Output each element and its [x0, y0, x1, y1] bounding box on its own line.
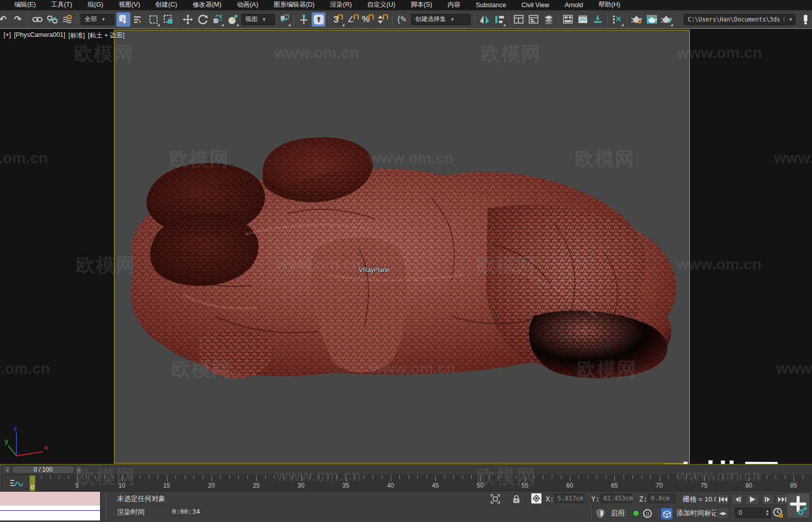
previous-frame-button[interactable]	[731, 494, 744, 505]
ribbon-toggle-button[interactable]	[561, 12, 575, 27]
ruler-tick	[596, 475, 597, 479]
time-tag-cube-icon[interactable]	[661, 508, 672, 519]
select-by-name-button[interactable]	[131, 12, 145, 27]
menu-item[interactable]: 脚本(S)	[403, 0, 440, 10]
scatter-tools-button[interactable]	[610, 12, 624, 27]
selection-filter-dropdown[interactable]: 全部▼	[81, 14, 114, 25]
select-object-button[interactable]	[117, 12, 130, 27]
menu-item[interactable]: 内容	[440, 0, 468, 10]
menu-item[interactable]: Substance	[468, 1, 514, 10]
mirror-button[interactable]	[477, 12, 491, 27]
ruler-tick	[462, 475, 463, 479]
project-folder-dropdown[interactable]: C:\Users\Han\Documents\3ds Max 2022▼	[684, 14, 796, 25]
viewport-general-menu[interactable]: [+]	[4, 31, 11, 40]
use-pivot-point-center-button[interactable]	[277, 12, 291, 27]
listener-pane[interactable]	[0, 507, 100, 520]
viewport-pov-menu[interactable]: [PhysCamera001]	[14, 31, 65, 40]
menu-item[interactable]: 修改器(M)	[185, 0, 229, 10]
select-and-link-icon[interactable]	[30, 12, 44, 27]
add-key-button[interactable]	[786, 493, 810, 518]
select-and-rotate-button[interactable]	[196, 12, 209, 27]
z-coord-field[interactable]: 0.0cm	[648, 494, 675, 503]
x-coord-field[interactable]: 5.817cm	[554, 494, 584, 503]
undo-icon[interactable]: ↶	[0, 12, 10, 27]
y-coord-field[interactable]: 42.453cm	[600, 494, 632, 503]
select-and-move-button[interactable]	[181, 12, 195, 27]
rendered-frame-window-button[interactable]	[645, 12, 659, 27]
ruler-frame-label: 85	[790, 482, 797, 489]
percent-snap-toggle[interactable]: %	[361, 12, 375, 27]
camera-viewport[interactable]: [+] [PhysCamera001] [标准] [粘土 + 边面] VRayP…	[0, 29, 812, 465]
statusbar-separator	[658, 508, 659, 519]
current-frame-marker[interactable]: 0	[29, 475, 35, 491]
menu-item[interactable]: 组(G)	[80, 0, 111, 10]
menu-item[interactable]: 帮助(H)	[591, 0, 628, 10]
menu-item[interactable]: 动画(A)	[229, 0, 266, 10]
key-mode-toggle[interactable]: ◀▶	[717, 508, 729, 519]
curve-editor-button[interactable]	[576, 12, 590, 27]
render-production-button[interactable]	[660, 12, 673, 27]
object-label-vrayplane[interactable]: VRayPlane	[359, 266, 390, 274]
macro-recorder-pane[interactable]	[0, 492, 100, 507]
snaps-toggle-3d[interactable]: 3	[331, 12, 345, 27]
menu-item[interactable]: Arnold	[557, 1, 591, 10]
selection-lock-toggle[interactable]	[511, 494, 521, 504]
menu-item[interactable]: 创建(C)	[148, 0, 185, 10]
spinner-snap-toggle[interactable]	[376, 12, 390, 27]
menu-item[interactable]: Civil View	[514, 1, 557, 10]
time-configuration-button[interactable]	[773, 508, 783, 518]
play-button[interactable]	[745, 494, 760, 505]
timeline-ruler[interactable]: 510152025303540455055606570758085 0	[0, 475, 812, 491]
toggle-layer-explorer-button[interactable]	[527, 12, 540, 27]
select-and-place-button[interactable]	[225, 12, 239, 27]
menu-item[interactable]: 工具(T)	[44, 0, 80, 10]
next-frame-button[interactable]	[761, 494, 774, 505]
shield-icon[interactable]	[595, 508, 606, 518]
menu-item[interactable]: 渲染(R)	[322, 0, 359, 10]
spinner-arrows[interactable]: ▲▼	[765, 509, 769, 516]
keyboard-shortcut-override-toggle[interactable]	[312, 12, 325, 27]
absolute-offset-mode-toggle[interactable]	[531, 493, 542, 504]
rectangular-selection-region-button[interactable]	[146, 12, 160, 27]
render-setup-button[interactable]	[630, 12, 644, 27]
window-crossing-toggle[interactable]	[161, 12, 175, 27]
schematic-view-button[interactable]	[591, 12, 605, 27]
reference-coordinate-system-dropdown[interactable]: 视图▼	[241, 14, 275, 25]
select-and-manipulate-button[interactable]	[297, 12, 311, 27]
viewport-standard-menu[interactable]: [标准]	[68, 31, 85, 40]
time-slider-track[interactable]: ‹ 0 / 100 ›	[0, 465, 812, 475]
ruler-tick	[794, 475, 794, 481]
unlink-icon[interactable]	[45, 12, 59, 27]
menu-item[interactable]: 自定义(U)	[359, 0, 403, 10]
named-selection-sets-dropdown[interactable]: 创建选择集▼	[411, 14, 471, 25]
edit-named-selection-sets-button[interactable]: {✎	[395, 12, 409, 27]
maxscript-mini-listener[interactable]	[0, 492, 101, 521]
current-frame-field[interactable]: 0 ▲▼	[735, 508, 771, 518]
previous-frame-arrow[interactable]: ‹	[4, 466, 11, 474]
go-to-start-button[interactable]	[717, 494, 729, 505]
toggle-scene-explorer-button[interactable]	[512, 12, 526, 27]
time-slider-handle[interactable]: 0 / 100	[11, 466, 75, 474]
isolate-selection-toggle[interactable]	[490, 494, 500, 504]
layer-manager-button[interactable]	[542, 12, 555, 27]
viewport-shading-menu[interactable]: [粘土 + 边面]	[88, 31, 124, 40]
menu-item[interactable]: 视图(V)	[111, 0, 148, 10]
add-time-tag[interactable]: 添加时间标记	[676, 509, 718, 518]
select-and-scale-button[interactable]	[210, 12, 224, 27]
workspace-icon[interactable]	[798, 12, 812, 27]
align-button[interactable]	[492, 12, 506, 27]
zero-count-badge[interactable]: 0	[643, 509, 652, 518]
bed-model-wireframe[interactable]	[0, 29, 812, 465]
trackbar-grip[interactable]	[0, 465, 4, 475]
bind-to-space-warp-icon[interactable]	[60, 12, 74, 27]
menu-item[interactable]: 文件(F)	[0, 0, 7, 10]
mini-curve-editor-button[interactable]	[4, 475, 29, 491]
toolbar-separator	[474, 13, 475, 26]
redo-icon[interactable]: ↷	[11, 12, 25, 27]
angle-snap-toggle[interactable]: ∠	[346, 12, 360, 27]
menu-item[interactable]: 编辑(E)	[7, 0, 44, 10]
x-coord-label: X:	[546, 495, 554, 503]
ruler-grip[interactable]	[0, 475, 4, 491]
menu-item[interactable]: 图形编辑器(D)	[266, 0, 322, 10]
next-frame-arrow[interactable]: ›	[75, 466, 82, 474]
